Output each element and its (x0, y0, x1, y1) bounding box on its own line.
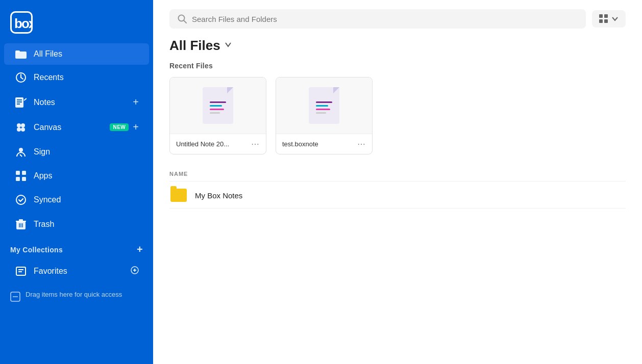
grid-view-icon (599, 14, 608, 23)
svg-rect-40 (604, 14, 608, 18)
boxnote-icon (203, 87, 233, 124)
svg-rect-18 (16, 171, 20, 175)
canvas-add-icon[interactable]: + (133, 121, 139, 133)
sidebar-item-synced-label: Synced (34, 195, 139, 204)
svg-point-16 (19, 148, 23, 152)
file-card-footer: test.boxnote ⋯ (276, 134, 372, 154)
sign-icon (14, 146, 28, 158)
collections-header: My Collections + (0, 237, 153, 258)
notes-icon (14, 97, 28, 108)
svg-rect-3 (15, 50, 20, 53)
folder-icon (170, 189, 187, 202)
svg-rect-42 (604, 19, 608, 23)
file-card-name: Untitled Note 20... (176, 140, 229, 148)
boxnote-icon (309, 87, 339, 124)
canvas-icon (14, 122, 28, 133)
svg-point-15 (17, 123, 21, 127)
table-row[interactable]: My Box Notes (169, 183, 626, 209)
notes-add-icon[interactable]: + (133, 96, 139, 108)
chevron-down-icon (611, 15, 619, 22)
search-bar[interactable] (169, 9, 586, 29)
svg-rect-21 (22, 177, 26, 181)
drag-hint-text: Drag items here for quick access (26, 291, 122, 298)
file-card[interactable]: Untitled Note 20... ⋯ (169, 77, 266, 154)
collections-add-icon[interactable]: + (137, 244, 143, 255)
sidebar-item-sign-label: Sign (34, 147, 139, 157)
svg-point-14 (21, 127, 25, 132)
title-chevron-icon[interactable] (224, 40, 233, 52)
canvas-badge: NEW (110, 123, 129, 131)
name-column-label: NAME (169, 171, 188, 177)
folder-icon (14, 49, 28, 59)
svg-text:box: box (14, 16, 31, 31)
sidebar-item-notes[interactable]: Notes + (4, 90, 149, 114)
trash-icon (14, 219, 28, 230)
file-card-menu-button[interactable]: ⋯ (251, 139, 260, 149)
sidebar-item-synced[interactable]: Synced (4, 188, 149, 212)
svg-rect-20 (16, 177, 20, 181)
file-card-preview (276, 77, 372, 134)
file-card-footer: Untitled Note 20... ⋯ (170, 134, 266, 154)
box-logo: box (10, 11, 143, 34)
file-list-name: My Box Notes (195, 191, 242, 200)
svg-rect-39 (599, 14, 603, 18)
svg-rect-19 (22, 171, 26, 175)
collections-label: My Collections (10, 246, 63, 254)
svg-line-38 (184, 20, 186, 23)
svg-line-11 (24, 98, 27, 100)
sidebar-item-apps[interactable]: Apps (4, 165, 149, 187)
sidebar-item-trash-label: Trash (34, 220, 139, 229)
sidebar-item-favorites[interactable]: Favorites (4, 259, 149, 283)
logo-area: box (0, 0, 153, 43)
sidebar-item-all-files[interactable]: All Files (4, 43, 149, 65)
favorites-collapse-icon[interactable] (131, 265, 139, 277)
drag-hint: Drag items here for quick access (0, 283, 153, 311)
sidebar-item-all-files-label: All Files (34, 49, 139, 59)
search-input[interactable] (192, 15, 578, 23)
sidebar-item-apps-label: Apps (34, 171, 139, 180)
clock-icon (14, 72, 28, 83)
page-title-bar: All Files (153, 34, 642, 62)
favorites-icon (14, 266, 28, 277)
search-icon (178, 14, 187, 23)
svg-rect-41 (599, 19, 603, 23)
file-card[interactable]: test.boxnote ⋯ (276, 77, 373, 154)
svg-rect-25 (19, 219, 23, 221)
top-bar (153, 0, 642, 34)
sidebar: box All Files Recents Notes + Canvas NEW… (0, 0, 153, 364)
file-card-menu-button[interactable]: ⋯ (357, 139, 366, 149)
page-title: All Files (169, 38, 220, 54)
sidebar-item-recents-label: Recents (34, 73, 139, 82)
drag-hint-icon (10, 292, 20, 304)
svg-rect-2 (15, 51, 27, 59)
view-toggle[interactable] (592, 10, 626, 28)
svg-point-13 (21, 123, 25, 127)
file-card-name: test.boxnote (282, 140, 318, 148)
file-list-header: NAME (169, 167, 626, 181)
svg-point-22 (16, 195, 26, 204)
svg-line-6 (21, 77, 23, 79)
svg-line-17 (20, 154, 22, 157)
sidebar-item-canvas[interactable]: Canvas NEW + (4, 115, 149, 139)
box-logo-icon: box (10, 11, 33, 34)
sidebar-item-trash[interactable]: Trash (4, 213, 149, 236)
synced-icon (14, 194, 28, 205)
sidebar-item-notes-label: Notes (34, 98, 133, 107)
recent-files-section: Recent Files Untitled Note 20... (153, 62, 642, 167)
file-card-preview (170, 77, 266, 134)
sidebar-item-canvas-label: Canvas (34, 123, 106, 132)
sidebar-item-favorites-label: Favorites (34, 267, 131, 276)
recent-files-label: Recent Files (169, 62, 626, 70)
apps-icon (14, 171, 28, 181)
sidebar-item-recents[interactable]: Recents (4, 66, 149, 89)
svg-point-12 (17, 127, 21, 132)
folder-icon-wrap (169, 189, 188, 202)
file-list-section: NAME My Box Notes (153, 167, 642, 209)
sidebar-item-sign[interactable]: Sign (4, 140, 149, 164)
recent-files-grid: Untitled Note 20... ⋯ (169, 77, 626, 154)
main-content: All Files Recent Files (153, 0, 642, 364)
